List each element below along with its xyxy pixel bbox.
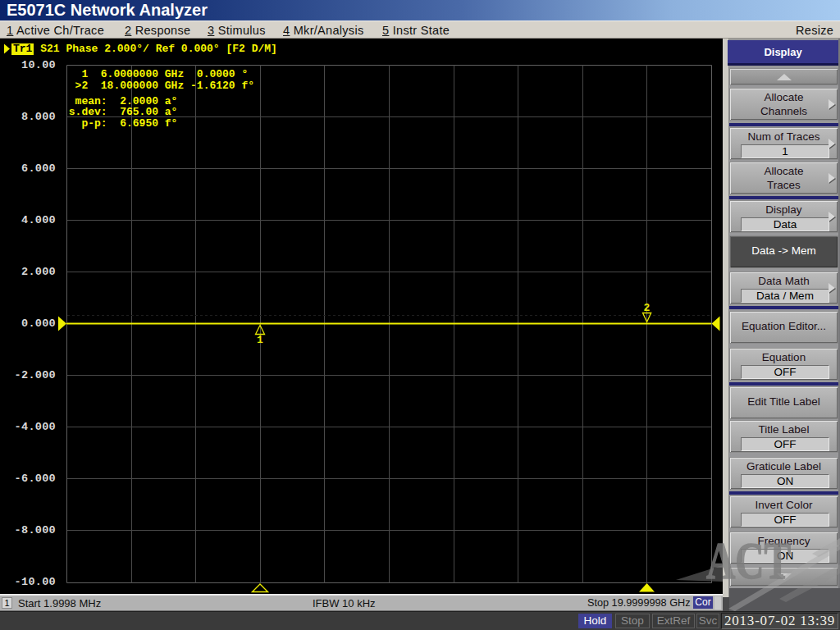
svg-text:1: 1 (257, 334, 263, 346)
svg-text:2: 2 (644, 302, 651, 314)
